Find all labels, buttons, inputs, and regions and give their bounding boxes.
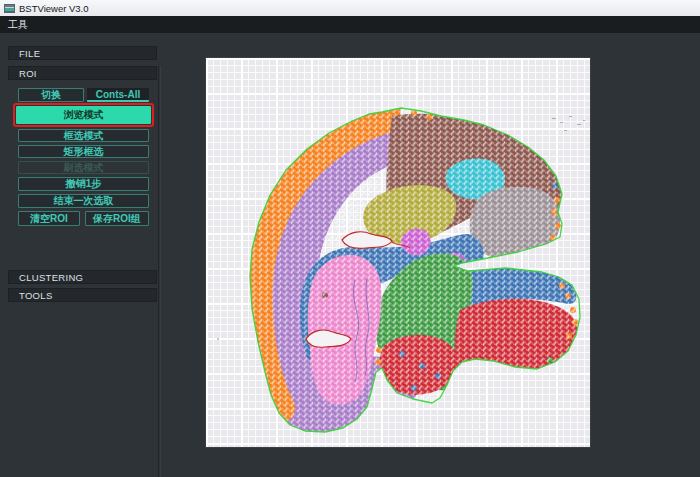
window-title: BSTViewer V3.0	[19, 3, 89, 14]
hexbin-texture	[206, 58, 590, 447]
app-grid-icon	[4, 4, 15, 13]
end-selection-button[interactable]: 结束一次选取	[18, 194, 149, 208]
section-header-clustering[interactable]: CLUSTERING	[8, 270, 157, 284]
undo-step-button[interactable]: 撤销1步	[18, 177, 149, 191]
browse-mode-button[interactable]: 浏览模式	[16, 106, 151, 124]
section-header-file[interactable]: FILE	[8, 46, 157, 60]
clear-roi-button[interactable]: 清空ROI	[18, 211, 80, 226]
box-select-mode-button[interactable]: 框选模式	[18, 129, 149, 142]
title-bar[interactable]: BSTViewer V3.0	[0, 0, 700, 17]
tissue-map-canvas[interactable]	[206, 58, 590, 447]
sidebar-divider	[158, 66, 159, 477]
menu-bar: 工具	[0, 16, 700, 33]
toggle-button[interactable]: 切换	[18, 88, 84, 102]
sidebar-divider-highlight	[160, 66, 161, 477]
section-header-roi[interactable]: ROI	[8, 66, 157, 80]
tissue-map	[206, 58, 590, 447]
bstviewer-window: BSTViewer V3.0 工具 FILE ROI 切换 Conts-All …	[0, 0, 700, 477]
save-roi-group-button[interactable]: 保存ROI组	[85, 211, 149, 226]
rect-select-button[interactable]: 矩形框选	[18, 145, 149, 158]
section-header-tools[interactable]: TOOLS	[8, 288, 157, 302]
menu-item-tools[interactable]: 工具	[0, 16, 36, 33]
conts-all-button[interactable]: Conts-All	[87, 88, 149, 102]
brush-select-button: 刷选模式	[18, 161, 149, 174]
